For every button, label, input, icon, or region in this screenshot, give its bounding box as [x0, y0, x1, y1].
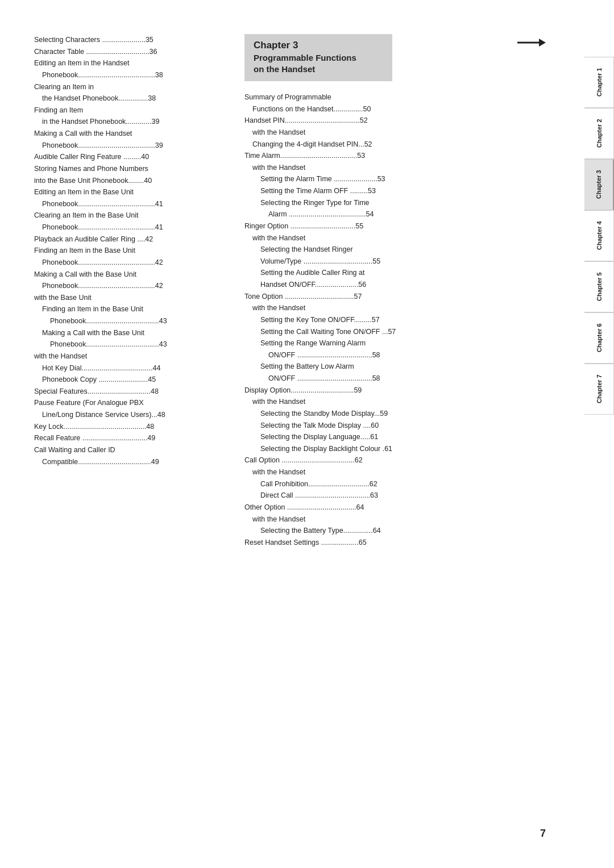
toc-item: Selecting the Ringer Type for Time — [244, 197, 569, 209]
chapter-tab-2[interactable]: Chapter 2 — [584, 108, 614, 159]
toc-item: Phonebook...............................… — [34, 315, 227, 327]
toc-item: ON/OFF .................................… — [244, 373, 569, 385]
toc-item: Display Option..........................… — [244, 385, 569, 397]
toc-item: Direct Call ............................… — [244, 490, 569, 502]
toc-item: Editing an Item in the Base Unit — [34, 186, 227, 198]
svg-marker-1 — [539, 39, 546, 47]
toc-item: Alarm ..................................… — [244, 208, 569, 220]
toc-item: Handset PIN.............................… — [244, 115, 569, 127]
page-number: 7 — [540, 828, 546, 840]
toc-item: Character Table ........................… — [34, 46, 227, 58]
toc-item: Functions on the Handset...............5… — [244, 103, 569, 115]
toc-item: Selecting the Talk Mode Display ....60 — [244, 420, 569, 432]
toc-item: Phonebook...............................… — [34, 257, 227, 269]
left-column: Selecting Characters ...................… — [34, 34, 227, 548]
toc-item: with the Handset — [34, 350, 227, 362]
toc-item: Phonebook...............................… — [34, 222, 227, 233]
chapter-tab-4[interactable]: Chapter 4 — [584, 210, 614, 261]
toc-item: Playback an Audible Caller Ring ....42 — [34, 233, 227, 245]
toc-item: Setting the Range Warning Alarm — [244, 337, 569, 349]
toc-item: Hot Key Dial............................… — [34, 362, 227, 374]
toc-item: Selecting the Battery Type..............… — [244, 525, 569, 537]
toc-item: in the Handset Phonebook.............39 — [34, 116, 227, 128]
toc-item: Selecting the Standby Mode Display...59 — [244, 408, 569, 420]
toc-item: Phonebook...............................… — [34, 198, 227, 210]
toc-item: Setting the Alarm Time .................… — [244, 173, 569, 185]
toc-item: Setting the Key Tone ON/OFF.........57 — [244, 314, 569, 326]
setting-audible-caller-ring: Setting the Audible Caller Ring at — [244, 267, 569, 279]
toc-item: Making a Call with the Base Unit — [34, 269, 227, 281]
chapter-title: Programmable Functions on the Handset — [254, 53, 356, 74]
toc-item: Making a Call with the Handset — [34, 128, 227, 140]
toc-item: Storing Names and Phone Numbers — [34, 163, 227, 175]
toc-item: with the Handset — [244, 514, 569, 525]
toc-item: Selecting Characters ...................… — [34, 34, 227, 46]
toc-item: with the Handset — [244, 162, 569, 174]
content-area: Selecting Characters ...................… — [34, 34, 569, 548]
toc-item: Phonebook Copy .........................… — [34, 374, 227, 386]
toc-item: Setting the Battery Low Alarm — [244, 361, 569, 373]
toc-item: Pause Feature (For Analogue PBX — [34, 397, 227, 409]
toc-item: Ringer Option ..........................… — [244, 220, 569, 232]
chapter-tab-3[interactable]: Chapter 3 — [584, 159, 614, 210]
chapter-tab-6[interactable]: Chapter 6 — [584, 312, 614, 364]
toc-item: the Handset Phonebook...............38 — [34, 93, 227, 105]
toc-item: Tone Option ............................… — [244, 291, 569, 303]
toc-item: Selecting the Display Backlight Colour .… — [244, 443, 569, 455]
toc-item: Selecting the Handset Ringer — [244, 244, 569, 256]
toc-item: with the Handset — [244, 127, 569, 139]
toc-item: Key Lock................................… — [34, 421, 227, 433]
toc-item: Handset ON/OFF......................56 — [244, 279, 569, 291]
chapter-tab-7[interactable]: Chapter 7 — [584, 364, 614, 415]
toc-item: Changing the 4-digit Handset PIN...52 — [244, 139, 569, 151]
right-column: Chapter 3 Programmable Functions on the … — [244, 34, 569, 548]
toc-item: Making a Call with the Base Unit — [34, 327, 227, 339]
toc-item: ON/OFF .................................… — [244, 349, 569, 361]
toc-item: Finding an Item in the Base Unit — [34, 245, 227, 257]
toc-item: Clearing an Item in the Base Unit — [34, 210, 227, 222]
toc-item: Clearing an Item in — [34, 81, 227, 93]
chapter-tab-1[interactable]: Chapter 1 — [584, 57, 614, 108]
toc-item: Other Option ...........................… — [244, 502, 569, 514]
arrow-indicator — [517, 34, 546, 51]
toc-item: Phonebook...............................… — [34, 140, 227, 152]
toc-item: Editing an Item in the Handset — [34, 57, 227, 69]
toc-item: Volume/Type ............................… — [244, 256, 569, 268]
toc-item: Time Alarm..............................… — [244, 150, 569, 162]
page-container: Chapter 1 Chapter 2 Chapter 3 Chapter 4 … — [0, 0, 614, 868]
toc-item: with the Handset — [244, 302, 569, 314]
toc-item: Phonebook...............................… — [34, 280, 227, 292]
toc-item: with the Handset — [244, 396, 569, 408]
toc-item: Recall Feature .........................… — [34, 432, 227, 444]
toc-item: Call Prohibition........................… — [244, 478, 569, 490]
toc-item: Audible Caller Ring Feature .........40 — [34, 151, 227, 163]
toc-item: Selecting the Display Language.....61 — [244, 431, 569, 443]
toc-item: Setting the Time Alarm OFF .........53 — [244, 185, 569, 197]
toc-item: Call Waiting and Caller ID — [34, 444, 227, 456]
toc-item: Summary of Programmable — [244, 91, 569, 103]
chapter-heading-box: Chapter 3 Programmable Functions on the … — [244, 34, 392, 81]
toc-item: Phonebook...............................… — [34, 339, 227, 350]
toc-item: Phonebook...............................… — [34, 69, 227, 81]
toc-item: Finding an Item — [34, 105, 227, 116]
toc-item: Call Option ............................… — [244, 454, 569, 466]
toc-item: Finding an Item in the Base Unit — [34, 303, 227, 315]
toc-item: with the Handset — [244, 466, 569, 478]
right-toc: Summary of Programmable Functions on the… — [244, 91, 569, 548]
toc-item: Setting the Call Waiting Tone ON/OFF ...… — [244, 326, 569, 338]
chapter-label: Chapter 3 — [254, 40, 383, 51]
toc-item: Line/Long Distance Service Users)...48 — [34, 409, 227, 421]
toc-item: Reset Handset Settings .................… — [244, 537, 569, 549]
toc-item: Special Features........................… — [34, 386, 227, 398]
toc-item: Compatible..............................… — [34, 456, 227, 468]
left-toc: Selecting Characters ...................… — [34, 34, 227, 468]
chapter-tabs: Chapter 1 Chapter 2 Chapter 3 Chapter 4 … — [584, 57, 614, 415]
chapter-tab-5[interactable]: Chapter 5 — [584, 261, 614, 312]
toc-item: with the Base Unit — [34, 292, 227, 304]
toc-item: with the Handset — [244, 232, 569, 244]
toc-item: into the Base Unit Phonebook........40 — [34, 175, 227, 187]
